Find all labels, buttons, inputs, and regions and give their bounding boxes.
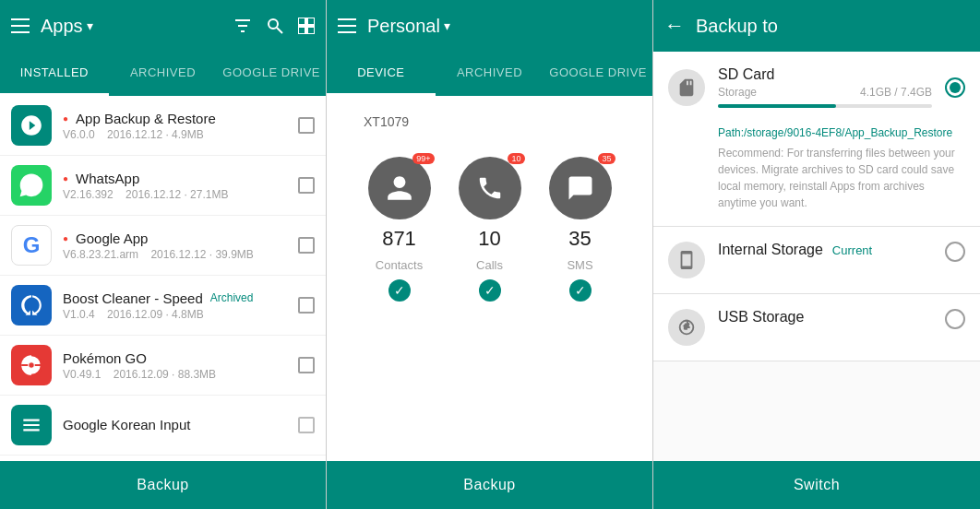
app-name: ● App Backup & Restore — [63, 111, 287, 126]
contacts-label: Contacts — [376, 258, 423, 272]
svg-rect-10 — [298, 27, 305, 34]
sms-check: ✓ — [569, 279, 592, 302]
app-icon — [11, 405, 52, 445]
sd-card-name: SD Card — [718, 66, 932, 83]
middle-backup-button[interactable]: Backup — [327, 461, 652, 509]
usb-storage-info: USB Storage — [718, 309, 932, 326]
device-name: XT1079 — [345, 114, 634, 129]
svg-rect-9 — [307, 18, 315, 25]
apps-title: Apps — [41, 16, 83, 37]
list-item: Boost Cleaner - Speed Archived V1.0.4 20… — [0, 276, 326, 336]
tab-googledrive-middle[interactable]: Google Drive — [544, 52, 652, 96]
list-item: ● WhatsApp V2.16.392 2016.12.12 · 27.1MB — [0, 156, 326, 216]
list-item: G ● Google App V6.8.23.21.arm 2016.12.12… — [0, 216, 326, 276]
internal-storage-info: Internal Storage Current — [718, 242, 932, 258]
svg-rect-2 — [11, 31, 30, 33]
apps-dropdown-icon[interactable]: ▾ — [87, 18, 93, 33]
right-panel: ← Backup to SD Card Storage 4.1GB / 7.4G… — [653, 0, 980, 509]
app-name: Pokémon GO — [63, 350, 287, 366]
app-meta: V2.16.392 2016.12.12 · 27.1MB — [63, 188, 287, 201]
personal-title: Personal — [367, 16, 440, 37]
list-item: Google Korean Input — [0, 396, 326, 456]
tab-archived-middle[interactable]: Archived — [436, 52, 544, 96]
app-checkbox[interactable] — [298, 417, 315, 433]
right-header-title: Backup to — [696, 16, 969, 37]
app-info: Pokémon GO V0.49.1 2016.12.09 · 88.3MB — [63, 350, 287, 381]
app-info: ● WhatsApp V2.16.392 2016.12.12 · 27.1MB — [63, 171, 287, 201]
sms-label: SMS — [567, 258, 592, 272]
app-icon — [11, 345, 52, 385]
contacts-circle: 99+ — [368, 157, 431, 219]
tab-installed[interactable]: Installed — [0, 52, 109, 96]
left-backup-button[interactable]: Backup — [0, 461, 326, 509]
hamburger-icon[interactable] — [11, 18, 30, 33]
storage-bar — [718, 104, 932, 108]
app-icon — [11, 285, 52, 326]
sms-circle: 35 — [549, 157, 612, 219]
app-name: ● WhatsApp — [63, 171, 287, 186]
app-checkbox[interactable] — [298, 357, 315, 373]
storage-label: Storage — [718, 86, 757, 99]
app-icon — [11, 165, 52, 206]
usb-storage-name: USB Storage — [718, 309, 932, 326]
device-section: XT1079 99+ 871 Contacts ✓ 10 10 Calls — [327, 96, 652, 461]
svg-rect-1 — [11, 25, 30, 27]
tab-device[interactable]: Device — [327, 52, 436, 96]
switch-button[interactable]: Switch — [653, 461, 980, 509]
internal-storage-radio[interactable] — [945, 242, 965, 262]
middle-header: Personal ▾ — [327, 0, 652, 52]
contacts-row: 99+ 871 Contacts ✓ 10 10 Calls ✓ — [368, 148, 612, 311]
sd-card-option[interactable]: SD Card Storage 4.1GB / 7.4GB Path:/stor… — [653, 52, 980, 227]
back-icon[interactable]: ← — [664, 14, 685, 38]
usb-storage-radio[interactable] — [945, 309, 965, 329]
filter-icon[interactable] — [233, 18, 252, 33]
internal-storage-name: Internal Storage — [718, 242, 823, 258]
app-checkbox[interactable] — [298, 177, 315, 194]
personal-dropdown-icon[interactable]: ▾ — [444, 18, 450, 33]
middle-hamburger-icon[interactable] — [338, 18, 356, 33]
app-meta: V1.0.4 2016.12.09 · 4.8MB — [63, 308, 287, 321]
contacts-item: 99+ 871 Contacts ✓ — [368, 157, 431, 302]
middle-panel: Personal ▾ Device Archived Google Drive … — [327, 0, 653, 509]
sms-item: 35 35 SMS ✓ — [549, 157, 612, 302]
sd-card-icon — [668, 69, 705, 106]
storage-value: 4.1GB / 7.4GB — [860, 86, 932, 99]
calls-count: 10 — [478, 227, 500, 251]
calls-check: ✓ — [479, 279, 501, 302]
app-info: Google Korean Input — [63, 417, 287, 434]
backup-to-title: Backup to — [696, 16, 778, 37]
contacts-count: 871 — [382, 227, 416, 251]
sms-count: 35 — [568, 227, 591, 251]
sd-card-path: Path:/storage/9016-4EF8/App_Backup_Resto… — [718, 126, 965, 139]
contacts-badge: 99+ — [412, 153, 434, 164]
grid-icon[interactable] — [298, 18, 315, 34]
tab-archived[interactable]: Archived — [109, 52, 218, 96]
backup-to-content: SD Card Storage 4.1GB / 7.4GB Path:/stor… — [653, 52, 980, 461]
storage-bar-fill — [718, 104, 836, 108]
internal-storage-icon — [668, 242, 705, 278]
app-info: ● App Backup & Restore V6.0.0 2016.12.12… — [63, 111, 287, 141]
sms-badge: 35 — [598, 153, 615, 164]
sd-card-desc: Recommend: For transferring files betwee… — [718, 145, 965, 211]
sd-card-radio[interactable] — [945, 77, 965, 98]
sd-card-info: SD Card Storage 4.1GB / 7.4GB — [718, 66, 932, 108]
tab-google-drive[interactable]: Google Drive — [217, 52, 326, 96]
svg-rect-15 — [338, 25, 356, 27]
app-info: Boost Cleaner - Speed Archived V1.0.4 20… — [63, 290, 287, 321]
svg-rect-11 — [307, 27, 315, 34]
list-item: Pokémon GO V0.49.1 2016.12.09 · 88.3MB — [0, 336, 326, 396]
app-checkbox[interactable] — [298, 117, 315, 134]
usb-storage-option[interactable]: USB Storage — [653, 294, 980, 361]
svg-rect-16 — [338, 31, 356, 33]
search-icon[interactable] — [267, 18, 283, 34]
app-checkbox[interactable] — [298, 237, 315, 254]
app-checkbox[interactable] — [298, 297, 315, 314]
app-name: Boost Cleaner - Speed Archived — [63, 290, 287, 306]
middle-tabs: Device Archived Google Drive — [327, 52, 652, 96]
internal-storage-option[interactable]: Internal Storage Current — [653, 227, 980, 294]
calls-label: Calls — [476, 258, 503, 272]
app-meta: V6.0.0 2016.12.12 · 4.9MB — [63, 128, 287, 141]
app-name: ● Google App — [63, 231, 287, 246]
svg-rect-8 — [298, 18, 305, 25]
calls-badge: 10 — [508, 153, 524, 164]
